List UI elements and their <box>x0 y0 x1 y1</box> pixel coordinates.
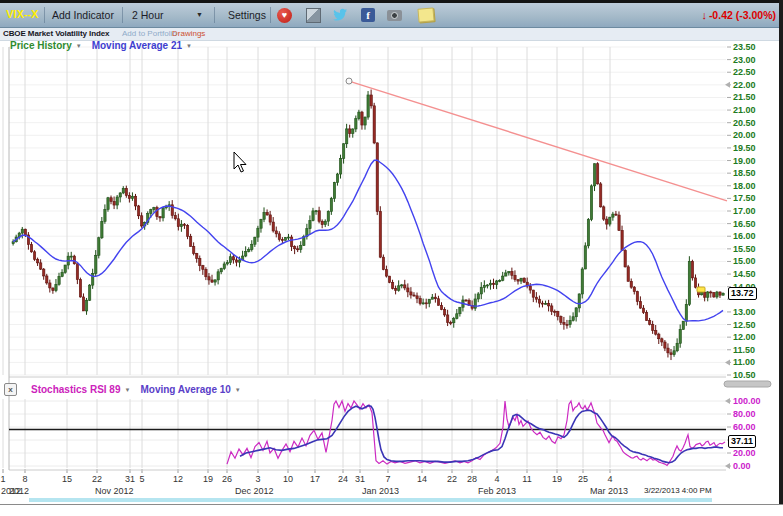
candle <box>349 129 351 134</box>
candle <box>177 219 179 227</box>
candle <box>379 212 381 258</box>
candle <box>116 197 118 205</box>
symbol-ticker[interactable]: VIX--X <box>6 8 38 20</box>
price-axis-label: 22.50 <box>733 67 756 77</box>
candle <box>324 221 326 224</box>
candle <box>434 297 436 299</box>
candle <box>125 188 127 195</box>
candle <box>327 211 329 221</box>
candle <box>529 286 531 290</box>
chevron-down-icon[interactable]: ▼ <box>235 387 241 393</box>
moving-average-10-menu[interactable]: Moving Average 10 <box>140 384 230 395</box>
candle <box>367 95 369 117</box>
alerts-icon[interactable]: ♥ <box>277 8 292 23</box>
price-axis-label: 13.00 <box>733 307 756 317</box>
price-history-menu[interactable]: Price History <box>10 40 72 51</box>
moving-average-21-menu[interactable]: Moving Average 21 <box>92 40 182 51</box>
candle <box>670 353 672 355</box>
candle <box>502 276 504 280</box>
candle <box>401 285 403 286</box>
candle <box>581 269 583 294</box>
candle <box>639 301 641 308</box>
candle <box>520 278 522 281</box>
candle <box>645 313 647 321</box>
close-indicator-button[interactable]: x <box>4 383 17 396</box>
add-to-portfolio-link[interactable]: Add to Portfolio <box>122 29 177 38</box>
down-arrow-icon: ↓ <box>701 9 707 21</box>
candle <box>358 112 360 119</box>
main-pane-header: Price History ▼ Moving Average 21 ▼ <box>10 40 202 51</box>
candle <box>486 285 488 286</box>
candle <box>361 112 363 125</box>
chevron-down-icon[interactable]: ▼ <box>76 43 82 49</box>
axis-marker-triangle <box>725 463 730 469</box>
candle <box>287 237 289 238</box>
candle <box>131 196 133 198</box>
price-axis-label: 21.00 <box>733 105 756 115</box>
date-tick-label: 11 <box>522 474 531 484</box>
chevron-down-icon[interactable]: ▼ <box>186 43 192 49</box>
candle <box>557 311 559 316</box>
candle <box>517 280 519 281</box>
date-tick-label: 31 <box>355 474 365 484</box>
candle <box>180 224 182 226</box>
candle <box>110 198 112 202</box>
add-indicator-button[interactable]: Add Indicator <box>52 9 114 21</box>
price-axis-label: 18.50 <box>733 168 756 178</box>
settings-button[interactable]: Settings <box>228 9 266 21</box>
candle <box>220 269 222 272</box>
price-change: ↓-0.42 (-3.00%) <box>701 9 776 21</box>
candle <box>89 285 91 300</box>
chevron-down-icon[interactable]: ▼ <box>124 387 130 393</box>
price-axis-label: 22.00 <box>733 80 756 90</box>
date-tick-label: 10 <box>283 474 293 484</box>
candle <box>609 217 611 224</box>
candle <box>104 209 106 221</box>
interval-caret-icon[interactable]: ▼ <box>196 11 203 18</box>
candle <box>134 196 136 206</box>
candle <box>468 301 470 306</box>
indicator-axis-label: 0.00 <box>733 461 751 471</box>
candle <box>162 208 164 218</box>
candle <box>242 256 244 260</box>
sticky-note-icon[interactable] <box>417 7 434 22</box>
candle <box>303 237 305 246</box>
camera-lens-glyph <box>391 12 398 19</box>
facebook-icon[interactable]: f <box>361 8 375 22</box>
interval-selector[interactable]: 2 Hour <box>132 9 164 21</box>
price-axis-label: 16.50 <box>733 219 756 229</box>
date-tick-label: 15 <box>62 474 72 484</box>
candle <box>266 212 268 214</box>
candle <box>382 257 384 269</box>
date-tick-label: 26 <box>222 474 232 484</box>
price-axis-label: 17.00 <box>733 206 756 216</box>
twitter-icon[interactable] <box>332 8 348 22</box>
candle <box>443 310 445 315</box>
candle <box>98 238 100 256</box>
candle <box>92 274 94 286</box>
candle <box>281 239 283 240</box>
cube-icon[interactable] <box>306 8 321 23</box>
date-tick-label: 1 <box>0 474 5 484</box>
price-axis-label: 10.50 <box>733 370 756 380</box>
candle <box>697 287 699 295</box>
bottom-scroll-track[interactable] <box>29 498 712 502</box>
candle <box>24 229 26 235</box>
candle <box>217 272 219 280</box>
candle <box>590 186 592 220</box>
candle <box>306 229 308 237</box>
candle <box>606 219 608 224</box>
candle <box>202 266 204 270</box>
candle <box>168 205 170 206</box>
candle <box>667 348 669 353</box>
candle <box>373 106 375 143</box>
candle <box>235 260 237 262</box>
drawings-link[interactable]: Drawings <box>172 29 205 38</box>
stochastics-rsi-menu[interactable]: Stochastics RSI 89 <box>31 384 120 395</box>
camera-icon[interactable] <box>387 10 402 21</box>
candle <box>55 284 57 290</box>
candle <box>679 329 681 343</box>
candle <box>489 283 491 285</box>
candle <box>676 343 678 351</box>
candle <box>43 269 45 276</box>
